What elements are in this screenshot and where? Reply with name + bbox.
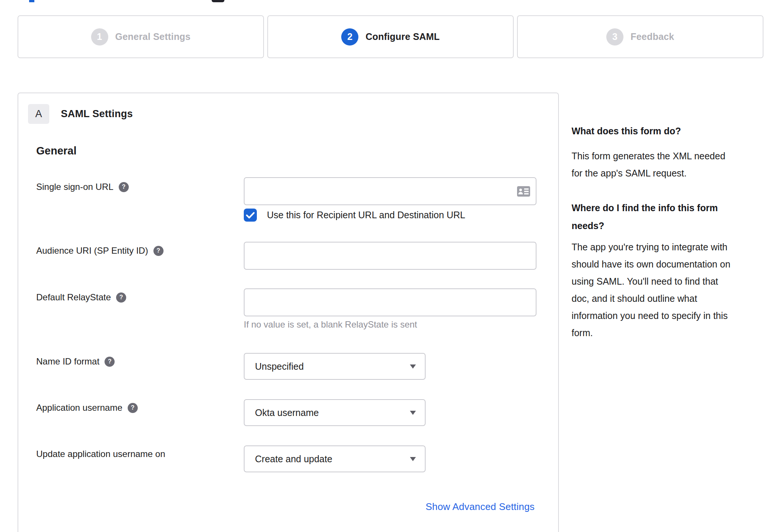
recipient-url-checkbox-row: Use this for Recipient URL and Destinati… <box>244 209 465 222</box>
recipient-url-checkbox[interactable] <box>244 209 257 222</box>
app-username-label-row: Application username ? <box>36 403 138 413</box>
step-2-label: Configure SAML <box>365 31 440 42</box>
step-configure-saml[interactable]: 2 Configure SAML <box>267 15 514 58</box>
contact-card-icon[interactable] <box>517 186 530 197</box>
recipient-url-checkbox-label: Use this for Recipient URL and Destinati… <box>267 210 465 220</box>
step-1-circle: 1 <box>91 28 108 46</box>
relaystate-input[interactable] <box>244 288 536 316</box>
wizard-stepper: 1 General Settings 2 Configure SAML 3 Fe… <box>18 15 763 58</box>
general-section-heading: General <box>36 145 77 157</box>
app-username-value: Okta username <box>255 407 319 418</box>
update-username-label: Update application username on <box>36 449 165 459</box>
help-h2-line: Where do I find the info this form <box>572 199 763 217</box>
audience-uri-label: Audience URI (SP Entity ID) <box>36 245 148 256</box>
update-username-value: Create and update <box>255 454 332 464</box>
chevron-down-icon <box>410 411 416 415</box>
relaystate-label: Default RelayState <box>36 292 111 303</box>
app-username-label: Application username <box>36 403 122 413</box>
name-id-format-help-icon[interactable]: ? <box>105 357 115 367</box>
panel-title: SAML Settings <box>61 108 133 120</box>
sso-url-help-icon[interactable]: ? <box>119 182 129 192</box>
audience-uri-input-wrap <box>244 242 536 270</box>
help-sidebar: What does this form do? This form genera… <box>572 122 763 341</box>
show-advanced-settings-link[interactable]: Show Advanced Settings <box>426 501 535 513</box>
sso-url-input[interactable] <box>244 177 536 205</box>
relaystate-hint: If no value is set, a blank RelayState i… <box>244 319 417 330</box>
step-3-circle: 3 <box>606 28 623 46</box>
section-a-badge: A <box>28 104 49 124</box>
help-p2-line: The app you're trying to integrate with <box>572 238 763 256</box>
help-paragraph-2: The app you're trying to integrate with … <box>572 238 763 341</box>
help-p2-line: information you need to specify in this <box>572 307 763 324</box>
relaystate-label-row: Default RelayState ? <box>36 292 126 303</box>
help-p2-line: doc, and it should outline what <box>572 290 763 307</box>
name-id-format-select[interactable]: Unspecified <box>244 353 426 380</box>
help-h2-line: needs? <box>572 217 763 235</box>
panel-header: A SAML Settings <box>28 104 133 124</box>
update-username-label-row: Update application username on <box>36 449 165 459</box>
sso-url-label: Single sign-on URL <box>36 182 113 192</box>
help-p1-line: for the app's SAML request. <box>572 165 763 182</box>
chevron-down-icon <box>410 457 416 461</box>
audience-uri-label-row: Audience URI (SP Entity ID) ? <box>36 245 164 256</box>
cropped-breadcrumb-fragment <box>29 0 34 2</box>
app-username-help-icon[interactable]: ? <box>128 403 138 413</box>
step-feedback[interactable]: 3 Feedback <box>517 15 763 58</box>
help-heading-2: Where do I find the info this form needs… <box>572 199 763 235</box>
relaystate-input-wrap <box>244 288 536 316</box>
chevron-down-icon <box>410 364 416 369</box>
help-p2-line: form. <box>572 324 763 341</box>
help-paragraph-1: This form generates the XML needed for t… <box>572 147 763 182</box>
saml-settings-panel: A SAML Settings General Single sign-on U… <box>18 93 559 532</box>
update-username-select[interactable]: Create and update <box>244 445 426 472</box>
name-id-format-label: Name ID format <box>36 356 99 367</box>
help-p2-line: using SAML. You'll need to find that <box>572 273 763 290</box>
step-general-settings[interactable]: 1 General Settings <box>18 15 264 58</box>
step-1-label: General Settings <box>115 31 191 42</box>
sso-url-input-wrap <box>244 177 536 205</box>
help-p1-line: This form generates the XML needed <box>572 147 763 165</box>
name-id-format-value: Unspecified <box>255 361 304 372</box>
cropped-app-logo-fragment <box>212 0 224 2</box>
step-3-label: Feedback <box>631 31 674 42</box>
checkmark-icon <box>246 212 255 219</box>
page: 1 General Settings 2 Configure SAML 3 Fe… <box>0 0 781 532</box>
help-p2-line: should have its own documentation on <box>572 256 763 273</box>
relaystate-help-icon[interactable]: ? <box>116 292 126 303</box>
audience-uri-help-icon[interactable]: ? <box>153 246 164 256</box>
help-heading-1: What does this form do? <box>572 122 763 140</box>
app-username-select[interactable]: Okta username <box>244 399 426 426</box>
name-id-format-label-row: Name ID format ? <box>36 356 115 367</box>
step-2-circle: 2 <box>341 28 358 46</box>
audience-uri-input[interactable] <box>244 242 536 270</box>
sso-url-label-row: Single sign-on URL ? <box>36 182 129 192</box>
